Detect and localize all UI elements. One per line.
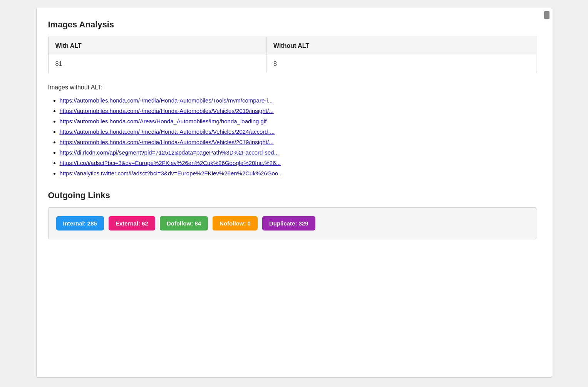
alt-missing-link[interactable]: https://automobiles.honda.com/-/media/Ho… [60,128,275,135]
list-item: https://analytics.twitter.com/i/adsct?bc… [60,170,536,177]
alt-missing-link[interactable]: https://di.rlcdn.com/api/segment?pid=712… [60,149,279,156]
list-item: https://automobiles.honda.com/-/media/Ho… [60,97,536,104]
scrollbar-indicator[interactable] [544,11,549,19]
list-item: https://automobiles.honda.com/Areas/Hond… [60,118,536,125]
list-item: https://di.rlcdn.com/api/segment?pid=712… [60,149,536,156]
alt-missing-link[interactable]: https://analytics.twitter.com/i/adsct?bc… [60,170,283,177]
images-table: With ALT Without ALT 81 8 [48,37,536,73]
nofollow-badge: Nofollow: 0 [213,216,258,231]
list-item: https://automobiles.honda.com/-/media/Ho… [60,108,536,114]
images-analysis-title: Images Analysis [48,20,536,30]
outgoing-links-title: Outgoing Links [48,190,536,200]
alt-missing-link[interactable]: https://automobiles.honda.com/-/media/Ho… [60,108,274,114]
external-badge: External: 62 [109,216,155,231]
images-analysis-section: Images Analysis With ALT Without ALT 81 … [48,20,536,177]
images-without-alt-label: Images without ALT: [48,84,536,91]
alt-links-list: https://automobiles.honda.com/-/media/Ho… [48,97,536,177]
col-without-alt-header: Without ALT [266,37,536,55]
col-with-alt-header: With ALT [48,37,266,55]
outgoing-links-section: Outgoing Links Internal: 285External: 62… [48,190,536,239]
list-item: https://automobiles.honda.com/-/media/Ho… [60,139,536,145]
alt-missing-link[interactable]: https://automobiles.honda.com/-/media/Ho… [60,97,273,104]
without-alt-value: 8 [266,55,536,73]
main-container: Images Analysis With ALT Without ALT 81 … [36,8,552,378]
outgoing-links-box: Internal: 285External: 62Dofollow: 84Nof… [48,207,536,239]
alt-missing-link[interactable]: https://automobiles.honda.com/Areas/Hond… [60,118,267,125]
internal-badge: Internal: 285 [56,216,104,231]
duplicate-badge: Duplicate: 329 [262,216,315,231]
list-item: https://t.co/i/adsct?bci=3&dv=Europe%2FK… [60,160,536,166]
alt-missing-link[interactable]: https://automobiles.honda.com/-/media/Ho… [60,139,274,145]
alt-missing-link[interactable]: https://t.co/i/adsct?bci=3&dv=Europe%2FK… [60,160,281,166]
list-item: https://automobiles.honda.com/-/media/Ho… [60,128,536,135]
with-alt-value: 81 [48,55,266,73]
dofollow-badge: Dofollow: 84 [160,216,208,231]
